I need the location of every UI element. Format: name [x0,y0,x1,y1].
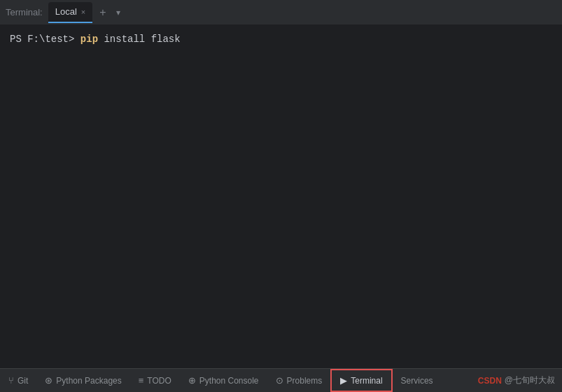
status-bar: ⑂ Git ⊛ Python Packages ≡ TODO ⊕ Python … [0,368,562,392]
status-terminal-label: Terminal [351,376,382,386]
tab-dropdown-button[interactable]: ▾ [113,6,123,19]
python-console-icon: ⊕ [188,375,196,386]
local-tab-label: Local [55,6,77,17]
terminal-prompt: PS F:\test> [10,32,80,47]
csdn-badge[interactable]: CSDN @七旬时大叔 [471,369,562,392]
status-python-packages[interactable]: ⊛ Python Packages [36,369,129,392]
status-terminal[interactable]: ▶ Terminal [330,369,392,392]
status-git[interactable]: ⑂ Git [0,369,36,392]
python-packages-icon: ⊛ [45,375,52,386]
tab-bar: Terminal: Local × + ▾ [0,0,562,25]
csdn-label: CSDN [478,376,502,386]
status-services-label: Services [401,376,433,386]
add-tab-button[interactable]: + [95,5,110,20]
status-problems[interactable]: ⊙ Problems [267,369,331,392]
local-tab[interactable]: Local × [48,2,93,23]
status-problems-label: Problems [287,376,323,386]
problems-icon: ⊙ [276,375,283,386]
status-services[interactable]: Services [393,369,442,392]
status-python-console[interactable]: ⊕ Python Console [180,369,267,392]
status-python-console-label: Python Console [199,376,259,386]
todo-icon: ≡ [139,375,144,386]
status-git-label: Git [17,376,28,386]
status-todo[interactable]: ≡ TODO [130,369,180,392]
git-icon: ⑂ [8,375,14,386]
terminal-label: Terminal: [6,7,43,18]
terminal-icon: ▶ [340,375,347,386]
terminal-cmd-pip: pip [80,32,98,47]
status-right: CSDN @七旬时大叔 [471,369,562,392]
terminal-area: PS F:\test> pip install flask [0,25,562,368]
status-python-packages-label: Python Packages [56,376,121,386]
terminal-cmd-args: install flask [98,32,181,47]
terminal-line: PS F:\test> pip install flask [10,32,552,47]
status-todo-label: TODO [147,376,171,386]
close-tab-icon[interactable]: × [81,8,85,16]
csdn-suffix: @七旬时大叔 [505,374,555,386]
